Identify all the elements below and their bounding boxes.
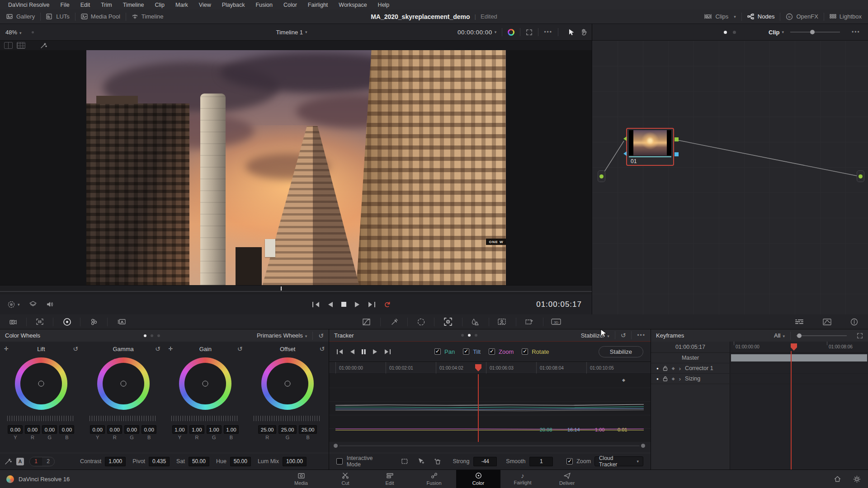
auto-balance-button[interactable]: A	[16, 458, 24, 465]
lift-reset-icon[interactable]: ↺	[73, 345, 78, 352]
enhance-wand-icon[interactable]	[40, 42, 47, 49]
menu-item-trim[interactable]: Trim	[101, 2, 112, 8]
expand-viewer-icon[interactable]	[526, 29, 533, 36]
scrollbar-right-nub[interactable]	[641, 444, 645, 448]
rgb-mixer-palette-button[interactable]	[86, 314, 102, 329]
media-pool-button[interactable]: Media Pool	[81, 13, 120, 20]
track-to-end-button[interactable]	[384, 349, 391, 355]
curves-palette-button[interactable]	[359, 314, 374, 329]
keyframes-row-sizing[interactable]: ● ◆ › Sizing	[651, 374, 868, 384]
menu-item-mark[interactable]: Mark	[175, 2, 188, 8]
gamma-b-value[interactable]: 0.00	[142, 425, 156, 434]
gain-master-slider[interactable]	[171, 416, 239, 421]
page-1-tab[interactable]: 1	[30, 457, 42, 466]
timeline-selector[interactable]: Timeline 1▾	[276, 29, 307, 36]
interactive-mode-checkbox[interactable]	[336, 458, 343, 465]
audio-mute-icon[interactable]	[46, 301, 54, 308]
grid-view-icon[interactable]	[17, 42, 25, 49]
menu-item-edit[interactable]: Edit	[80, 2, 90, 8]
power-window-palette-button[interactable]	[413, 314, 429, 329]
lightbox-button[interactable]: Lightbox	[830, 13, 862, 20]
menu-item-view[interactable]: View	[199, 2, 211, 8]
offset-r-value[interactable]: 25.00	[258, 425, 276, 434]
lift-g-value[interactable]: 0.00	[42, 425, 57, 434]
node-options-menu[interactable]: •••	[852, 29, 860, 35]
node-dot-indicator-2[interactable]	[733, 31, 736, 34]
slider-knob[interactable]	[810, 30, 815, 34]
gain-color-wheel[interactable]	[179, 357, 231, 410]
lock-icon[interactable]	[663, 376, 668, 381]
offset-color-wheel[interactable]	[261, 357, 314, 410]
node-zoom-slider[interactable]	[790, 32, 840, 33]
gamma-g-value[interactable]: 0.00	[124, 425, 139, 434]
tracker-options-menu[interactable]: •••	[637, 332, 646, 338]
lum-mix-field[interactable]: 100.00	[283, 457, 307, 466]
gallery-compare-button[interactable]	[792, 314, 807, 329]
pause-tracking-button[interactable]	[361, 349, 366, 355]
gain-g-value[interactable]: 1.00	[207, 425, 222, 434]
menu-item-playback[interactable]: Playback	[222, 2, 245, 8]
keyframe-diamond-icon[interactable]: ◆	[672, 376, 675, 381]
add-point-cursor-icon[interactable]	[418, 458, 425, 465]
lift-y-value[interactable]: 0.00	[8, 425, 23, 434]
lift-b-value[interactable]: 0.00	[59, 425, 74, 434]
scopes-button[interactable]	[819, 314, 835, 329]
gain-b-value[interactable]: 1.00	[224, 425, 239, 434]
keyframes-zoom-slider[interactable]	[796, 335, 847, 336]
tracker-ruler[interactable]: 01:00:00:00 01:00:02:01 01:00:04:02 01:0…	[329, 361, 651, 374]
menu-item-file[interactable]: File	[60, 2, 69, 8]
gallery-button[interactable]: Gallery	[6, 13, 35, 20]
viewer-jog-bar[interactable]	[0, 285, 592, 294]
page-2-tab[interactable]: 2	[42, 457, 54, 466]
tracker-reset-icon[interactable]: ↺	[621, 332, 626, 339]
hand-tool-icon[interactable]	[580, 28, 587, 36]
info-button[interactable]	[846, 314, 862, 329]
menu-item-fairlight[interactable]: Fairlight	[308, 2, 328, 8]
camera-raw-palette-button[interactable]	[5, 314, 21, 329]
lock-icon[interactable]	[663, 366, 668, 371]
scrollbar-left-nub[interactable]	[334, 444, 338, 448]
page-tab-fairlight[interactable]: ♪ Fairlight	[500, 470, 545, 488]
play-button[interactable]	[354, 301, 360, 308]
palette-page-dots[interactable]	[144, 334, 160, 337]
jog-playhead[interactable]	[281, 286, 282, 291]
page-tab-color[interactable]: Color	[456, 470, 500, 488]
keyframes-row-corrector1[interactable]: ● ◆ › Corrector 1	[651, 363, 868, 374]
keyframe-diamond-icon[interactable]: ◆	[622, 378, 625, 382]
pan-checkbox[interactable]	[434, 348, 441, 355]
step-back-button[interactable]	[327, 301, 333, 308]
tracker-scrollbar[interactable]	[329, 442, 651, 450]
gamma-r-value[interactable]: 0.00	[107, 425, 122, 434]
enable-dot-icon[interactable]: ●	[656, 377, 659, 381]
wheels-page-toggle[interactable]: 1 2	[29, 457, 55, 466]
timeline-button[interactable]: Timeline	[132, 13, 164, 20]
rotate-checkbox[interactable]	[522, 348, 528, 355]
gamma-reset-icon[interactable]: ↺	[155, 345, 160, 352]
key-input-icon[interactable]	[623, 151, 627, 156]
expand-panel-icon[interactable]	[857, 333, 863, 339]
gain-picker-icon[interactable]: ✛	[168, 346, 173, 352]
gain-r-value[interactable]: 1.00	[189, 425, 204, 434]
bypass-indicator-icon[interactable]	[32, 31, 34, 33]
track-back-button[interactable]	[349, 349, 355, 355]
expand-chevron-icon[interactable]: ›	[679, 365, 681, 372]
stabilize-button[interactable]: Stabilize	[599, 346, 643, 357]
page-tab-fusion[interactable]: Fusion	[412, 470, 456, 488]
menu-item-fusion[interactable]: Fusion	[255, 2, 273, 8]
pointer-tool-icon[interactable]	[567, 28, 575, 36]
page-tab-cut[interactable]: Cut	[323, 470, 368, 488]
menu-item-color[interactable]: Color	[283, 2, 297, 8]
loop-playback-button[interactable]: ↻	[383, 301, 391, 308]
color-boost-icon[interactable]	[508, 29, 514, 36]
tracker-graph[interactable]: ◆ 20.08 16.14 1.00 0.01	[329, 374, 651, 442]
viewer-zoom-select[interactable]: 48%▾	[5, 29, 22, 36]
gain-reset-icon[interactable]: ↺	[237, 345, 243, 352]
clips-button[interactable]: Clips ▾	[704, 13, 736, 20]
viewer-canvas[interactable]: ONE W	[0, 50, 592, 285]
keyframes-filter-select[interactable]: All▾	[774, 332, 785, 339]
marquee-icon[interactable]	[401, 458, 408, 465]
lift-r-value[interactable]: 0.00	[25, 425, 40, 434]
offset-b-value[interactable]: 25.00	[299, 425, 317, 434]
strong-field[interactable]: -44	[473, 457, 497, 466]
blur-palette-button[interactable]	[467, 314, 482, 329]
